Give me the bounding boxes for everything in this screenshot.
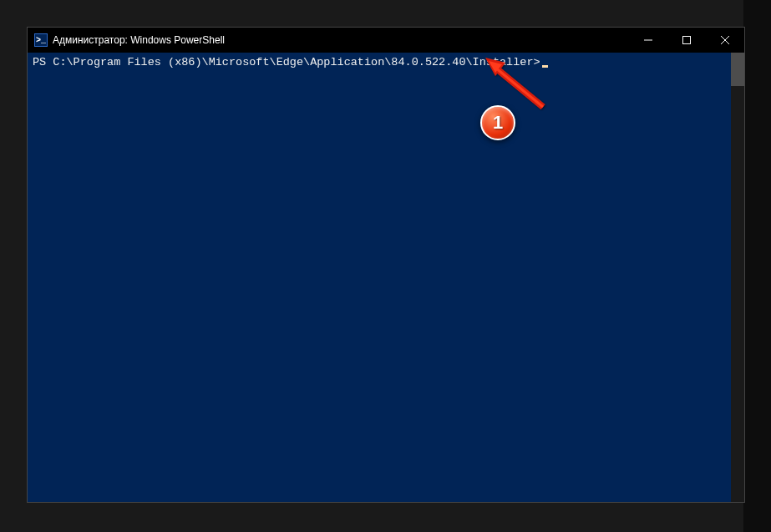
minimize-button[interactable] [629, 28, 667, 53]
titlebar[interactable]: >_ Администратор: Windows PowerShell [28, 28, 744, 53]
svg-rect-1 [683, 37, 691, 44]
cursor-icon [542, 65, 548, 68]
prompt-text: PS C:\Program Files (x86)\Microsoft\Edge… [33, 56, 540, 68]
window-controls [629, 28, 744, 53]
window-title: Администратор: Windows PowerShell [53, 34, 225, 46]
powershell-icon: >_ [34, 33, 48, 47]
scrollbar-thumb[interactable] [731, 53, 744, 86]
terminal-area[interactable]: PS C:\Program Files (x86)\Microsoft\Edge… [28, 53, 744, 502]
vertical-scrollbar[interactable] [731, 53, 744, 502]
titlebar-left: >_ Администратор: Windows PowerShell [34, 33, 225, 47]
close-button[interactable] [706, 28, 744, 53]
background-edge [743, 0, 771, 532]
maximize-button[interactable] [667, 28, 706, 53]
terminal-content[interactable]: PS C:\Program Files (x86)\Microsoft\Edge… [28, 53, 731, 502]
powershell-window: >_ Администратор: Windows PowerShell PS … [27, 27, 745, 503]
